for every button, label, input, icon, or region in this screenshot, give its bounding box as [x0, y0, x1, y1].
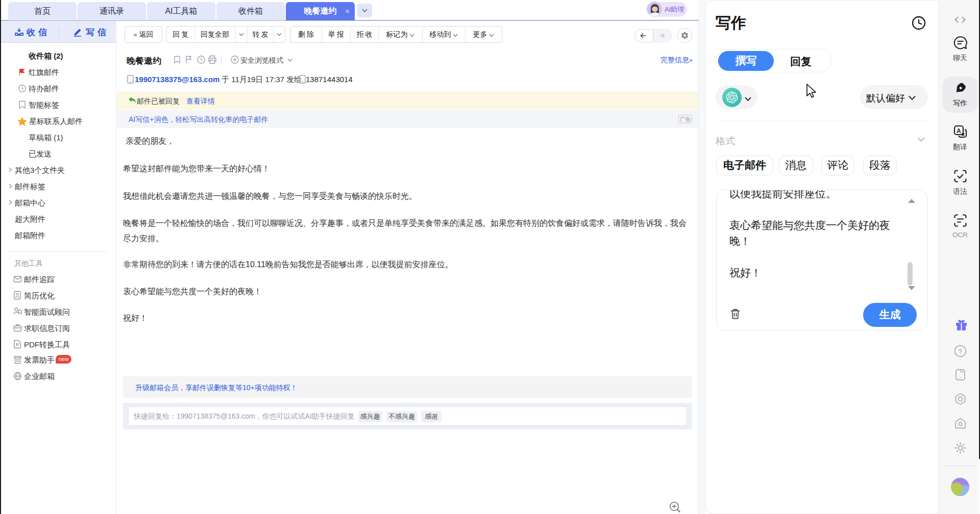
svg-text:A: A: [957, 127, 961, 135]
svg-text:?: ?: [959, 348, 963, 355]
svg-text:P: P: [16, 342, 19, 347]
